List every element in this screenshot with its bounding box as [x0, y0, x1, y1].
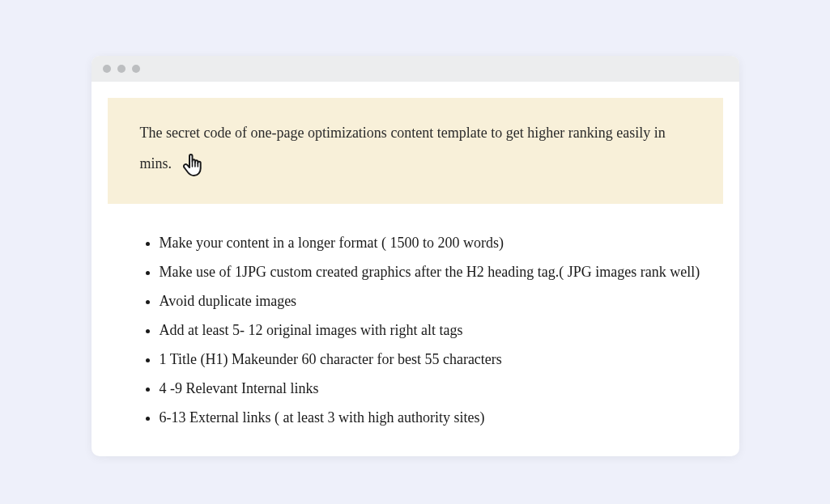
- headline-text: The secret code of one-page optimization…: [140, 125, 666, 172]
- hand-cursor-icon: [179, 151, 206, 188]
- list-item: 6-13 External links ( at least 3 with hi…: [160, 403, 707, 432]
- tips-list: Make your content in a longer format ( 1…: [140, 228, 707, 432]
- tips-section: Make your content in a longer format ( 1…: [92, 204, 739, 456]
- list-item: 1 Title (H1) Makeunder 60 character for …: [160, 345, 707, 374]
- list-item: Avoid duplicate images: [160, 286, 707, 316]
- headline-banner: The secret code of one-page optimization…: [108, 98, 723, 204]
- list-item: Add at least 5- 12 original images with …: [160, 316, 707, 345]
- list-item: 4 -9 Relevant Internal links: [160, 374, 707, 403]
- window-dot: [117, 65, 126, 73]
- list-item: Make your content in a longer format ( 1…: [160, 228, 707, 257]
- window-dot: [132, 65, 140, 73]
- window-title-bar: [92, 56, 739, 82]
- browser-window: The secret code of one-page optimization…: [92, 56, 739, 456]
- window-dot: [103, 65, 111, 73]
- content-area: The secret code of one-page optimization…: [92, 98, 739, 456]
- list-item: Make use of 1JPG custom created graphics…: [160, 257, 707, 286]
